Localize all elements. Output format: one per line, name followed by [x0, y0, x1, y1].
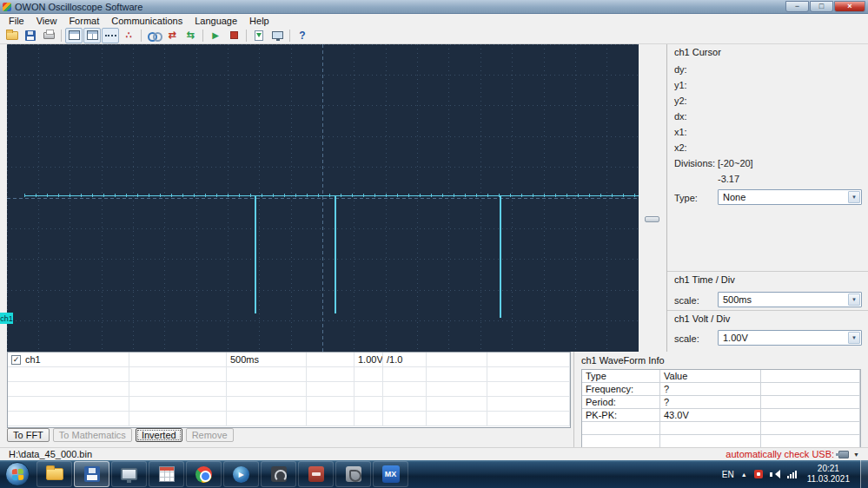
language-indicator[interactable]: EN: [722, 470, 734, 479]
menu-communications[interactable]: Communications: [105, 15, 189, 27]
inverted-button[interactable]: Inverted: [136, 428, 182, 442]
app-3-icon: [121, 468, 137, 480]
taskbar-media-player-button[interactable]: [223, 461, 259, 487]
channel-cell: [354, 367, 383, 381]
system-tray: EN ▲ 20:21 11.03.2021: [722, 460, 868, 488]
time-scale-select[interactable]: 500ms ▼: [718, 292, 862, 307]
menu-language[interactable]: Language: [189, 15, 243, 27]
taskbar-app-9-button[interactable]: [335, 461, 371, 487]
info-row: Period:?: [582, 396, 860, 409]
to-fft-button[interactable]: To FFT: [7, 428, 50, 442]
connect-device-button[interactable]: [145, 28, 162, 43]
taskbar-app-4-button[interactable]: [149, 461, 184, 487]
download-button[interactable]: ⇆: [182, 28, 199, 43]
channel-row-empty: [8, 367, 570, 382]
channel-cell: [307, 382, 354, 396]
menu-view[interactable]: View: [30, 15, 63, 27]
run-button[interactable]: ▶: [207, 28, 224, 43]
menu-file[interactable]: File: [3, 15, 30, 27]
taskbar-app-3-button[interactable]: [111, 461, 147, 487]
channel-cell: [8, 412, 129, 425]
open-file-button[interactable]: [3, 28, 21, 43]
info-cell: 43.0V: [660, 409, 761, 422]
channel-cell: [487, 382, 570, 396]
channel-cell: [487, 367, 570, 381]
channel-cell: [129, 382, 227, 396]
maximize-button[interactable]: □: [810, 1, 833, 12]
tray-app-icon[interactable]: [754, 470, 763, 478]
windows-logo-icon: [11, 468, 23, 480]
ch1-visible-checkbox[interactable]: ✓: [11, 355, 21, 365]
info-row: [582, 422, 860, 435]
points-view-button[interactable]: ∴: [120, 28, 137, 43]
save-button[interactable]: [22, 28, 39, 43]
info-row: Frequency:?: [582, 383, 860, 396]
stop-button[interactable]: [225, 28, 242, 43]
menu-format[interactable]: Format: [63, 15, 105, 27]
usb-dropdown-arrow[interactable]: ▼: [853, 452, 859, 458]
network-icon[interactable]: [787, 470, 797, 478]
cursor-type-select[interactable]: None ▼: [718, 189, 862, 205]
start-button[interactable]: [5, 462, 30, 486]
owon-software-icon: [84, 466, 100, 482]
split-view-icon: [87, 30, 98, 40]
cursor-panel-title: ch1 Cursor: [674, 47, 721, 57]
channel-row-empty: [8, 397, 570, 412]
toolbar-separator: [246, 30, 247, 42]
channel-cell: [383, 367, 427, 381]
menu-bar: FileViewFormatCommunicationsLanguageHelp: [0, 14, 868, 27]
close-button[interactable]: ×: [834, 1, 865, 12]
taskbar-chrome-button[interactable]: [186, 461, 222, 487]
taskbar-apps: MX: [36, 460, 409, 488]
channel-cell: [354, 397, 383, 411]
volume-icon[interactable]: [770, 470, 780, 479]
channel-voltdiv: 1.00V: [354, 353, 383, 366]
usb-status: automatically check USB: ▼: [726, 449, 859, 459]
upload-button[interactable]: ⇄: [163, 28, 181, 43]
channel-cell: [129, 412, 227, 425]
hidden-icons-arrow[interactable]: ▲: [741, 472, 747, 478]
channel-cell: [8, 367, 129, 381]
info-row: [582, 435, 860, 448]
oscilloscope-display[interactable]: [7, 44, 639, 352]
minimize-button[interactable]: −: [785, 1, 809, 12]
cursor-field-y2: y2:: [674, 96, 687, 106]
cursor-field-y1: y1:: [674, 80, 687, 90]
section-divider: [667, 271, 868, 272]
print-button[interactable]: [40, 28, 57, 43]
app-8-icon: [308, 466, 324, 482]
to-mathematics-button: To Mathematics: [53, 428, 132, 442]
app-7-icon: [271, 466, 287, 482]
taskbar-explorer-button[interactable]: [36, 461, 72, 487]
info-cell: [761, 383, 860, 396]
screen-capture-button[interactable]: [268, 28, 286, 43]
cursor-field-dy: dy:: [674, 64, 687, 75]
channel-cell: [383, 382, 427, 396]
points-view-icon: ∴: [126, 30, 132, 40]
single-view-icon: [69, 30, 80, 40]
help-button[interactable]: ?: [294, 28, 311, 43]
app-icon: [3, 3, 11, 11]
taskbar-app-8-button[interactable]: [298, 461, 334, 487]
single-view-button[interactable]: [65, 28, 83, 43]
dotted-line-view-button[interactable]: [102, 28, 119, 43]
volt-scale-select[interactable]: 1.00V ▼: [718, 330, 862, 346]
tray-date: 11.03.2021: [807, 474, 850, 485]
trigger-level-handle[interactable]: [645, 216, 659, 222]
taskbar-app-7-button[interactable]: [261, 461, 296, 487]
info-cell: [761, 396, 860, 409]
show-desktop-button[interactable]: [860, 460, 868, 488]
waveform-info-title: ch1 WaveForm Info: [581, 355, 665, 366]
right-panel: ch1 Cursor dy:y1:y2:dx:x1:x2: Divisions:…: [666, 44, 868, 352]
taskbar-mx-app-button[interactable]: MX: [373, 461, 408, 487]
divisions-label: Divisions:: [674, 158, 715, 168]
clock[interactable]: 20:21 11.03.2021: [807, 464, 850, 485]
split-view-button[interactable]: [83, 28, 101, 43]
taskbar-owon-software-button[interactable]: [74, 461, 109, 487]
chrome-icon: [195, 466, 212, 483]
ch1-position-marker[interactable]: ch1: [0, 313, 13, 324]
export-data-button[interactable]: [250, 28, 268, 43]
menu-help[interactable]: Help: [243, 15, 275, 27]
channel-row-ch1[interactable]: ✓ch1500ms1.00V/1.0: [8, 353, 570, 367]
channel-cell: [383, 397, 427, 411]
